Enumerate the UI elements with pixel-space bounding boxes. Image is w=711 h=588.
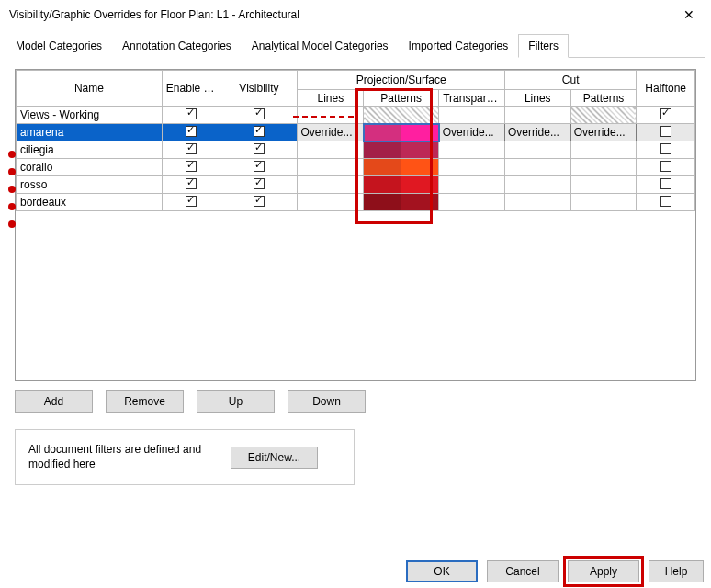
enable-filter-checkbox[interactable]: [162, 159, 220, 176]
dialog-title: Visibility/Graphic Overrides for Floor P…: [9, 8, 299, 21]
proj-patterns-cell[interactable]: [364, 159, 439, 176]
cut-patterns-cell[interactable]: [570, 194, 637, 211]
visibility-checkbox[interactable]: [220, 141, 298, 159]
tab-imported-categories[interactable]: Imported Categories: [399, 34, 519, 58]
col-cut[interactable]: Cut: [504, 71, 636, 90]
cut-lines-cell[interactable]: [504, 176, 570, 194]
col-enable-filter[interactable]: Enable Filter: [162, 71, 220, 107]
filter-name[interactable]: rosso: [17, 176, 163, 194]
add-button[interactable]: Add: [15, 390, 93, 413]
proj-lines-cell[interactable]: [298, 194, 364, 211]
col-halftone[interactable]: Halftone: [637, 71, 695, 107]
col-name[interactable]: Name: [17, 71, 163, 107]
tab-bar: Model Categories Annotation Categories A…: [6, 33, 705, 58]
visibility-checkbox[interactable]: [220, 107, 298, 124]
annotation-dot: [8, 168, 16, 175]
enable-filter-checkbox[interactable]: [162, 107, 220, 124]
down-button[interactable]: Down: [288, 390, 366, 413]
filters-table-container: Name Enable Filter Visibility Projection…: [15, 69, 696, 381]
table-row[interactable]: amarena Override... Override... Override…: [17, 124, 695, 141]
filter-name[interactable]: ciliegia: [17, 141, 163, 159]
col-projection-surface[interactable]: Projection/Surface: [298, 71, 504, 90]
help-button[interactable]: Help: [649, 560, 704, 582]
ok-button[interactable]: OK: [406, 560, 478, 582]
cut-lines-cell[interactable]: Override...: [504, 124, 570, 141]
halftone-checkbox[interactable]: [637, 107, 695, 124]
table-row[interactable]: corallo: [17, 159, 695, 176]
proj-transparency-cell[interactable]: [439, 107, 505, 124]
cut-patterns-cell[interactable]: Override...: [570, 124, 637, 141]
proj-patterns-cell[interactable]: [364, 194, 439, 211]
halftone-checkbox[interactable]: [637, 176, 695, 194]
cut-lines-cell[interactable]: [504, 107, 570, 124]
info-box: All document filters are defined and mod…: [15, 429, 355, 485]
enable-filter-checkbox[interactable]: [162, 194, 220, 211]
cut-lines-cell[interactable]: [504, 194, 570, 211]
col-proj-lines[interactable]: Lines: [298, 90, 364, 107]
table-row[interactable]: bordeaux: [17, 194, 695, 211]
col-cut-patterns[interactable]: Patterns: [570, 90, 637, 107]
col-cut-lines[interactable]: Lines: [504, 90, 570, 107]
proj-lines-cell[interactable]: [298, 141, 364, 159]
halftone-checkbox[interactable]: [637, 141, 695, 159]
info-text: All document filters are defined and mod…: [28, 443, 203, 471]
tab-filters[interactable]: Filters: [518, 34, 569, 58]
proj-transparency-cell[interactable]: [439, 194, 505, 211]
cut-patterns-cell[interactable]: [570, 176, 637, 194]
edit-new-button[interactable]: Edit/New...: [231, 447, 318, 469]
halftone-checkbox[interactable]: [637, 124, 695, 141]
visibility-checkbox[interactable]: [220, 124, 298, 141]
proj-transparency-cell[interactable]: Override...: [439, 124, 505, 141]
proj-transparency-cell[interactable]: [439, 141, 505, 159]
enable-filter-checkbox[interactable]: [162, 141, 220, 159]
table-row[interactable]: rosso: [17, 176, 695, 194]
proj-patterns-cell[interactable]: [364, 176, 439, 194]
annotation-dot: [8, 186, 16, 193]
proj-lines-cell[interactable]: [298, 159, 364, 176]
proj-patterns-cell[interactable]: [364, 124, 439, 141]
apply-button[interactable]: Apply: [568, 560, 639, 582]
annotation-dot: [8, 151, 16, 158]
remove-button[interactable]: Remove: [106, 390, 184, 413]
halftone-checkbox[interactable]: [637, 194, 695, 211]
up-button[interactable]: Up: [197, 390, 275, 413]
cut-lines-cell[interactable]: [504, 141, 570, 159]
visibility-checkbox[interactable]: [220, 176, 298, 194]
visibility-checkbox[interactable]: [220, 159, 298, 176]
annotation-dashed-line: [293, 116, 354, 118]
proj-patterns-cell[interactable]: [364, 107, 439, 124]
cancel-button[interactable]: Cancel: [487, 560, 559, 582]
halftone-checkbox[interactable]: [637, 159, 695, 176]
table-row[interactable]: Views - Working: [17, 107, 695, 124]
tab-model-categories[interactable]: Model Categories: [6, 34, 112, 58]
filter-name[interactable]: bordeaux: [17, 194, 163, 211]
table-row[interactable]: ciliegia: [17, 141, 695, 159]
col-visibility[interactable]: Visibility: [220, 71, 298, 107]
filters-table: Name Enable Filter Visibility Projection…: [16, 70, 695, 211]
col-proj-transparency[interactable]: Transpare...: [439, 90, 505, 107]
cut-patterns-cell[interactable]: [570, 107, 637, 124]
cut-patterns-cell[interactable]: [570, 141, 637, 159]
filter-name[interactable]: corallo: [17, 159, 163, 176]
tab-analytical-model-categories[interactable]: Analytical Model Categories: [242, 34, 399, 58]
annotation-dot: [8, 203, 16, 210]
visibility-checkbox[interactable]: [220, 194, 298, 211]
proj-lines-cell[interactable]: [298, 107, 364, 124]
proj-transparency-cell[interactable]: [439, 159, 505, 176]
proj-patterns-cell[interactable]: [364, 141, 439, 159]
filter-name[interactable]: amarena: [17, 124, 163, 141]
tab-annotation-categories[interactable]: Annotation Categories: [112, 34, 242, 58]
close-icon[interactable]: ✕: [676, 6, 702, 24]
proj-lines-cell[interactable]: [298, 176, 364, 194]
cut-patterns-cell[interactable]: [570, 159, 637, 176]
cut-lines-cell[interactable]: [504, 159, 570, 176]
proj-transparency-cell[interactable]: [439, 176, 505, 194]
enable-filter-checkbox[interactable]: [162, 176, 220, 194]
enable-filter-checkbox[interactable]: [162, 124, 220, 141]
filter-name[interactable]: Views - Working: [17, 107, 163, 124]
proj-lines-cell[interactable]: Override...: [298, 124, 364, 141]
annotation-dot: [8, 220, 16, 228]
col-proj-patterns[interactable]: Patterns: [364, 90, 439, 107]
